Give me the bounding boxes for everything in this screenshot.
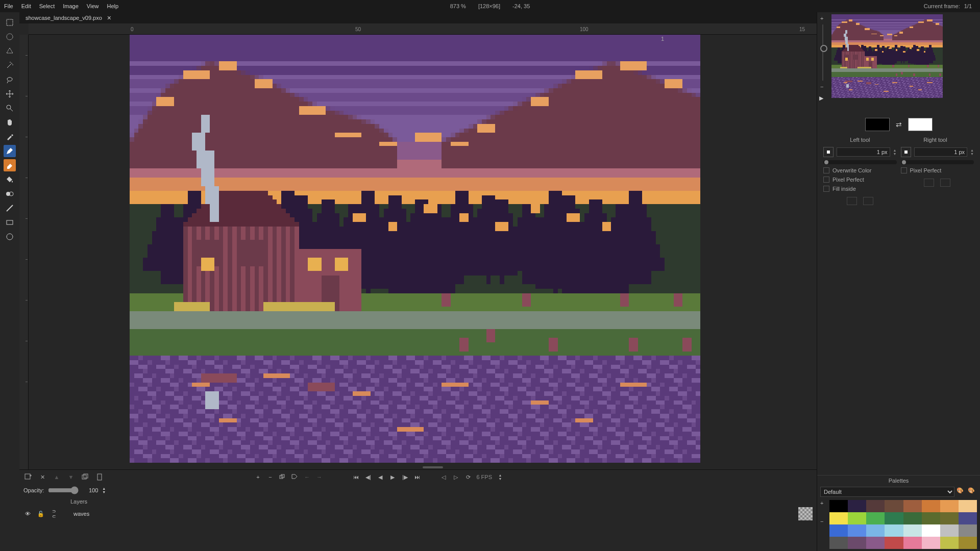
tool-color-picker[interactable] bbox=[4, 131, 16, 143]
preview-canvas[interactable] bbox=[831, 14, 943, 98]
palette-swatch[interactable] bbox=[959, 512, 977, 524]
palette-swatch[interactable] bbox=[940, 524, 959, 537]
tool-rect-select[interactable] bbox=[4, 16, 16, 29]
palette-swatch[interactable] bbox=[848, 512, 866, 524]
palette-swatch[interactable] bbox=[959, 500, 977, 512]
palette-swatch[interactable] bbox=[922, 500, 940, 512]
right-size-spin[interactable]: ▲▼ bbox=[970, 148, 974, 156]
pixel-canvas[interactable] bbox=[130, 35, 700, 463]
tool-polygon-select[interactable] bbox=[4, 45, 16, 57]
palette-swatch[interactable] bbox=[866, 537, 885, 549]
tool-shading[interactable] bbox=[4, 188, 16, 200]
tool-ellipse-select[interactable] bbox=[4, 31, 16, 43]
menu-edit[interactable]: Edit bbox=[21, 3, 31, 9]
move-layer-up-button[interactable]: ▲ bbox=[52, 472, 61, 482]
tool-pan[interactable] bbox=[4, 116, 16, 129]
ruler-horizontal[interactable]: 0 50 100 15 bbox=[29, 23, 817, 35]
left-brush-shape[interactable] bbox=[823, 147, 834, 157]
swap-colors-icon[interactable]: ⇄ bbox=[896, 120, 902, 129]
preview-zoom-in-button[interactable]: + bbox=[820, 15, 823, 21]
right-brush-size[interactable]: 1 px bbox=[914, 147, 968, 157]
palette-remove-color[interactable]: − bbox=[820, 518, 823, 524]
onion-next-button[interactable]: ▷ bbox=[452, 473, 460, 481]
palette-swatch[interactable] bbox=[829, 537, 848, 549]
canvas-area[interactable] bbox=[29, 35, 817, 469]
palette-swatch[interactable] bbox=[866, 500, 885, 512]
loop-button[interactable]: ⟳ bbox=[464, 473, 472, 481]
prev-frame-button[interactable]: ◀| bbox=[364, 473, 372, 481]
tool-pencil[interactable] bbox=[4, 145, 16, 157]
tool-move[interactable] bbox=[4, 88, 16, 100]
overwrite-checkbox[interactable] bbox=[823, 167, 829, 173]
left-pixelperfect-checkbox[interactable] bbox=[823, 177, 829, 183]
palette-swatch[interactable] bbox=[903, 512, 922, 524]
preview-zoom-slider[interactable] bbox=[822, 24, 823, 81]
palette-swatch[interactable] bbox=[885, 537, 903, 549]
frame-tag-button[interactable] bbox=[290, 473, 299, 481]
right-slider[interactable] bbox=[901, 160, 974, 164]
tool-zoom[interactable] bbox=[4, 102, 16, 114]
last-frame-button[interactable]: ⏭ bbox=[413, 473, 421, 481]
palette-swatch[interactable] bbox=[866, 512, 885, 524]
tab-close-icon[interactable]: × bbox=[107, 14, 111, 22]
left-size-spin[interactable]: ▲▼ bbox=[893, 148, 897, 156]
play-forward-button[interactable]: ▶ bbox=[388, 473, 397, 481]
cel-thumbnail[interactable] bbox=[798, 507, 813, 520]
add-frame-button[interactable]: + bbox=[254, 473, 262, 481]
palette-swatch[interactable] bbox=[829, 524, 848, 537]
opacity-slider[interactable] bbox=[48, 486, 79, 494]
palette-swatch[interactable] bbox=[903, 500, 922, 512]
left-mirror-h-button[interactable] bbox=[847, 197, 857, 205]
tool-ellipse[interactable] bbox=[4, 231, 16, 243]
tool-rect[interactable] bbox=[4, 216, 16, 229]
add-palette-button[interactable]: 🎨 bbox=[968, 487, 977, 496]
preview-play-button[interactable]: ▶ bbox=[819, 95, 823, 102]
palette-swatch[interactable] bbox=[866, 524, 885, 537]
move-layer-down-button[interactable]: ▼ bbox=[66, 472, 76, 482]
palette-swatch[interactable] bbox=[829, 500, 848, 512]
play-back-button[interactable]: ◀ bbox=[376, 473, 384, 481]
palette-swatch[interactable] bbox=[940, 500, 959, 512]
left-slider[interactable] bbox=[823, 160, 897, 164]
clone-frame-button[interactable] bbox=[278, 473, 286, 481]
merge-layer-button[interactable] bbox=[95, 472, 104, 482]
frame-prev-button[interactable]: ← bbox=[303, 473, 311, 481]
document-tab[interactable]: showcase_landscape_v09.pxo × bbox=[26, 14, 111, 22]
palette-swatch[interactable] bbox=[959, 524, 977, 537]
layer-lock-icon[interactable]: 🔓 bbox=[37, 511, 45, 517]
menu-file[interactable]: File bbox=[4, 3, 13, 9]
delete-layer-button[interactable]: ✕ bbox=[38, 472, 47, 482]
menu-help[interactable]: Help bbox=[107, 3, 119, 9]
right-color-swatch[interactable] bbox=[908, 118, 933, 131]
tool-line[interactable] bbox=[4, 202, 16, 214]
next-frame-button[interactable]: |▶ bbox=[401, 473, 409, 481]
layer-visibility-icon[interactable]: 👁 bbox=[23, 511, 32, 517]
palette-swatch[interactable] bbox=[885, 524, 903, 537]
fps-spin[interactable]: ▲▼ bbox=[496, 473, 504, 481]
tool-bucket[interactable] bbox=[4, 173, 16, 186]
opacity-spin[interactable]: ▲▼ bbox=[102, 487, 106, 494]
palette-swatch[interactable] bbox=[885, 512, 903, 524]
palette-swatch[interactable] bbox=[848, 524, 866, 537]
edit-palette-button[interactable]: 🎨 bbox=[957, 487, 966, 496]
palette-swatch[interactable] bbox=[922, 537, 940, 549]
right-mirror-v-button[interactable] bbox=[940, 179, 950, 187]
right-brush-shape[interactable] bbox=[901, 147, 911, 157]
palette-swatch[interactable] bbox=[903, 537, 922, 549]
palette-swatch[interactable] bbox=[922, 512, 940, 524]
palette-swatch[interactable] bbox=[940, 537, 959, 549]
palette-swatch[interactable] bbox=[959, 537, 977, 549]
preview-zoom-out-button[interactable]: − bbox=[820, 84, 823, 90]
onion-prev-button[interactable]: ◁ bbox=[439, 473, 448, 481]
tool-eraser[interactable] bbox=[4, 159, 16, 171]
clone-layer-button[interactable] bbox=[81, 472, 90, 482]
right-pixelperfect-checkbox[interactable] bbox=[901, 167, 907, 173]
fillinside-checkbox[interactable] bbox=[823, 186, 829, 192]
palette-select[interactable]: Default bbox=[820, 487, 954, 497]
scroll-handle[interactable] bbox=[423, 466, 443, 468]
tool-lasso[interactable] bbox=[4, 73, 16, 86]
menu-select[interactable]: Select bbox=[39, 3, 55, 9]
layer-row[interactable]: 👁 🔓 ⊃ ⊂ waves bbox=[19, 507, 817, 521]
left-color-swatch[interactable] bbox=[865, 118, 890, 131]
frame-next-button[interactable]: → bbox=[315, 473, 323, 481]
